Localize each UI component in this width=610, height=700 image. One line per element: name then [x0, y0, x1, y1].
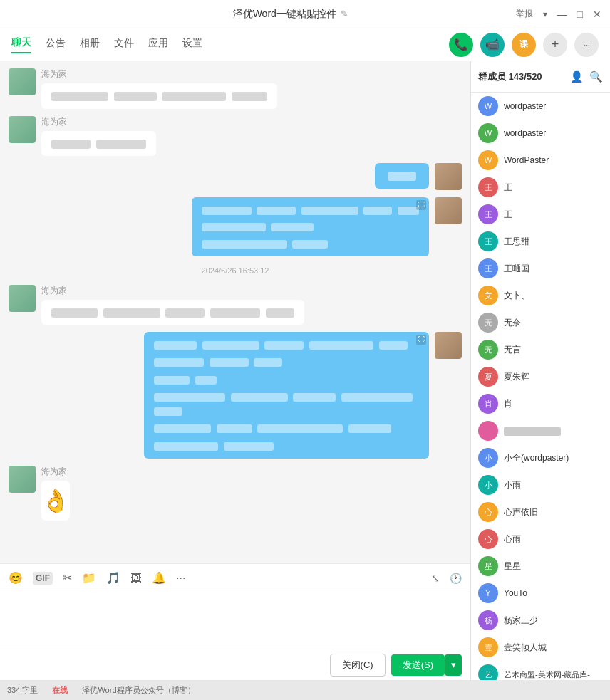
more-tools-btn[interactable]: ··· — [176, 572, 185, 585]
member-name: 肖 — [504, 398, 512, 410]
member-name: 王思甜 — [504, 236, 529, 248]
close-btn[interactable]: ✕ — [593, 9, 601, 20]
voice-call-btn[interactable]: 📞 — [449, 33, 473, 57]
msg-sender: 海为家 — [41, 68, 277, 80]
msg-content: 海为家 👌 — [41, 466, 70, 521]
send-arrow-btn[interactable]: ▾ — [445, 654, 462, 676]
char-count: 334 字里 — [7, 685, 38, 696]
member-list-item[interactable]: 心心雨 — [471, 526, 610, 553]
member-list-item[interactable]: 肖肖 — [471, 390, 610, 417]
member-avatar: 小 — [478, 448, 498, 468]
member-list-item[interactable]: 无无奈 — [471, 309, 610, 336]
gif-btn[interactable]: GIF — [33, 572, 53, 585]
folder-btn[interactable]: 📁 — [82, 571, 96, 585]
member-list-item[interactable] — [471, 417, 610, 444]
message-bubble — [41, 83, 277, 109]
nav-item-album[interactable]: 相册 — [80, 37, 100, 53]
source-text: 泽优Word程序员公众号（博客） — [82, 685, 195, 696]
member-avatar: W — [478, 123, 498, 143]
status-bar: 334 字里 在线 泽优Word程序员公众号（博客） — [0, 680, 610, 700]
member-list-item[interactable]: 心心声依旧 — [471, 498, 610, 526]
member-list-item[interactable]: 小小全(wordpaster) — [471, 444, 610, 471]
member-avatar: 肖 — [478, 394, 498, 414]
member-list-item[interactable]: Wwordpaster — [471, 93, 610, 120]
member-list-item[interactable]: WWordPaster — [471, 147, 610, 174]
member-avatar: 文 — [478, 286, 498, 305]
close-chat-btn[interactable]: 关闭(C) — [330, 654, 386, 677]
member-name: YouTo — [504, 588, 527, 598]
image-btn[interactable]: 🖼 — [130, 572, 142, 585]
member-list-item[interactable]: 王王嗵国 — [471, 255, 610, 282]
course-btn[interactable]: 课 — [512, 33, 536, 57]
minimize-btn[interactable]: — — [557, 9, 567, 20]
message-row-sent: ⛶ — [9, 197, 462, 256]
member-name: wordpaster — [504, 128, 546, 138]
member-name: 杨家三少 — [504, 615, 538, 627]
member-name — [504, 426, 561, 436]
member-list-item[interactable]: 小小雨 — [471, 471, 610, 498]
bell-btn[interactable]: 🔔 — [152, 571, 166, 585]
chat-area: 海为家 海为家 — [0, 61, 471, 680]
title-bar-center: 泽优Word一键粘贴控件 ✎ — [233, 8, 348, 21]
member-list-item[interactable]: Wwordpaster — [471, 120, 610, 147]
chat-input[interactable] — [9, 598, 462, 643]
member-icon1[interactable]: 👤 — [570, 70, 584, 83]
expand-btn[interactable]: ⤡ — [431, 573, 440, 584]
edit-icon[interactable]: ✎ — [341, 9, 348, 19]
member-list-item[interactable]: 王王 — [471, 174, 610, 201]
member-avatar: 无 — [478, 313, 498, 333]
msg-content: ⛶ — [192, 197, 430, 256]
member-list-item[interactable]: 壹壹笑倾人城 — [471, 634, 610, 661]
member-name: 王 — [504, 209, 512, 221]
maximize-btn[interactable]: □ — [577, 9, 583, 20]
emoji-btn[interactable]: 😊 — [9, 571, 23, 585]
member-header-icons: 👤 🔍 — [570, 70, 603, 83]
member-list-item[interactable]: 艺艺术商盟-美术网-藏品库- — [471, 661, 610, 680]
message-bubble — [41, 131, 156, 157]
chevron-down-icon[interactable]: ▾ — [543, 9, 547, 19]
member-list-item[interactable]: 无无言 — [471, 336, 610, 363]
member-list-item[interactable]: 王王思甜 — [471, 228, 610, 255]
member-list: WwordpasterWwordpasterWWordPaster王王王王王王思… — [471, 93, 610, 680]
member-list-item[interactable]: 夏夏朱辉 — [471, 363, 610, 390]
msg-content: 海为家 — [41, 116, 156, 157]
member-avatar: Y — [478, 583, 498, 603]
nav-item-app[interactable]: 应用 — [148, 37, 168, 53]
nav-item-chat[interactable]: 聊天 — [11, 36, 31, 53]
more-btn[interactable]: ··· — [574, 33, 599, 57]
member-name: wordpaster — [504, 101, 546, 111]
send-btn[interactable]: 发送(S) — [391, 654, 445, 676]
member-name: 小全(wordpaster) — [504, 452, 569, 464]
report-btn[interactable]: 举报 — [516, 8, 533, 20]
member-name: 文卜、 — [504, 290, 529, 302]
scissors-btn[interactable]: ✂ — [63, 571, 72, 585]
member-list-item[interactable]: 杨杨家三少 — [471, 607, 610, 634]
member-avatar: 王 — [478, 204, 498, 224]
avatar — [9, 68, 36, 95]
member-name: 心声依旧 — [504, 506, 538, 518]
member-list-item[interactable]: 星星星 — [471, 553, 610, 580]
member-panel: 群成员 143/520 👤 🔍 WwordpasterWwordpasterWW… — [471, 61, 610, 680]
member-name: 心雨 — [504, 533, 521, 545]
member-list-item[interactable]: 王王 — [471, 201, 610, 228]
music-btn[interactable]: 🎵 — [106, 571, 120, 585]
member-avatar: 星 — [478, 556, 498, 576]
nav-item-file[interactable]: 文件 — [114, 37, 134, 53]
message-bubble-sent — [375, 163, 429, 189]
nav-item-notice[interactable]: 公告 — [46, 37, 66, 53]
avatar-self — [435, 163, 462, 190]
member-avatar: 夏 — [478, 367, 498, 387]
member-list-item[interactable]: 文文卜、 — [471, 282, 610, 309]
title-bar: 泽优Word一键粘贴控件 ✎ 举报 ▾ — □ ✕ — [0, 0, 610, 28]
member-avatar: W — [478, 96, 498, 116]
member-list-item[interactable]: YYouTo — [471, 580, 610, 607]
member-avatar: 小 — [478, 475, 498, 495]
add-btn[interactable]: + — [543, 33, 567, 57]
avatar — [9, 466, 36, 493]
nav-item-settings[interactable]: 设置 — [182, 37, 202, 53]
member-search-icon[interactable]: 🔍 — [589, 70, 603, 83]
history-btn[interactable]: 🕐 — [450, 573, 462, 584]
video-call-btn[interactable]: 📹 — [480, 33, 505, 57]
member-name: 星星 — [504, 560, 521, 573]
chat-input-area — [0, 592, 470, 649]
